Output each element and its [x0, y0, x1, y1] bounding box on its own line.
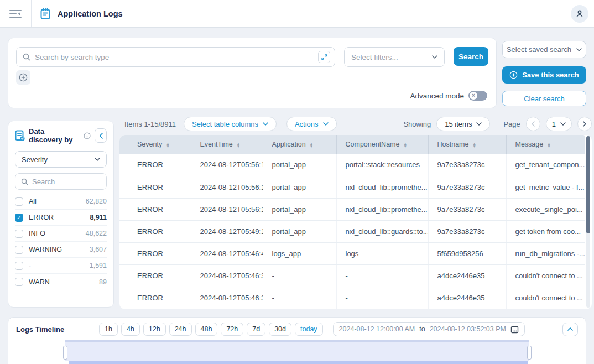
range-button-7d[interactable]: 7d	[247, 323, 265, 336]
page-number-select[interactable]: 1	[546, 117, 572, 131]
page-title: Application Logs	[58, 9, 123, 18]
actions-button[interactable]: Actions	[286, 117, 337, 131]
column-header-componentname[interactable]: ComponentName▲▼	[336, 135, 428, 154]
checkbox-unchecked[interactable]	[15, 197, 23, 206]
range-button-4h[interactable]: 4h	[121, 323, 140, 336]
table-row[interactable]: ERROR2024-08-12T05:46:39.2...--a4dce2446…	[119, 287, 585, 309]
facet-row-dash[interactable]: - 1,591	[15, 258, 107, 274]
date-to-label: to	[419, 325, 425, 333]
facet-row-info[interactable]: INFO 48,622	[15, 226, 107, 242]
time-range-buttons: 1h 4h 12h 24h 48h 72h 7d 30d today	[99, 323, 323, 336]
items-count-label: Items 1-15/8911	[124, 120, 176, 128]
table-row[interactable]: ERROR2024-08-12T05:49:12.8...portal_appn…	[119, 220, 585, 242]
filters-select[interactable]: Select filters...	[344, 47, 445, 67]
facet-row-all[interactable]: All 62,820	[15, 194, 107, 210]
column-header-message[interactable]: Message▲▼	[506, 135, 585, 154]
person-icon	[575, 9, 584, 18]
timeline-brush-zone	[16, 340, 578, 364]
table-row[interactable]: ERROR2024-08-12T05:56:12.7...portal_appn…	[119, 198, 585, 220]
save-search-button[interactable]: Save this search	[502, 66, 586, 84]
checkbox-unchecked[interactable]	[15, 262, 23, 270]
brush-handle-left[interactable]	[63, 346, 67, 360]
range-button-48h[interactable]: 48h	[195, 323, 218, 336]
collapse-panel-button[interactable]	[95, 128, 107, 143]
chevron-down-icon	[432, 55, 437, 59]
table-row[interactable]: ERROR2024-08-12T05:56:12.7...portal_appp…	[119, 154, 585, 176]
clear-search-button[interactable]: Clear search	[502, 91, 586, 106]
facet-row-warning[interactable]: WARNING 3,607	[15, 242, 107, 258]
plus-circle-icon	[509, 71, 518, 79]
showing-label: Showing	[403, 120, 431, 128]
timeline-brush-selection[interactable]	[65, 340, 529, 361]
facet-row-warn[interactable]: WARN 89	[15, 274, 107, 290]
next-page-button[interactable]	[577, 117, 592, 131]
filters-placeholder: Select filters...	[351, 53, 398, 61]
app-logo-icon	[40, 8, 51, 20]
range-button-30d[interactable]: 30d	[269, 323, 291, 336]
logs-table: Severity▲▼ EventTime▲▼ Application▲▼ Com…	[119, 135, 592, 309]
advanced-mode-toggle[interactable]: ×	[468, 91, 487, 101]
sidebar-toggle-button[interactable]	[0, 0, 31, 27]
chevron-down-icon	[576, 48, 582, 51]
range-button-24h[interactable]: 24h	[169, 323, 192, 336]
toggle-off-knob: ×	[470, 92, 477, 100]
facet-field-select[interactable]: Severity	[15, 151, 107, 168]
info-icon[interactable]	[84, 132, 91, 139]
scrollbar-thumb[interactable]	[586, 136, 590, 233]
add-criteria-button[interactable]	[16, 70, 30, 85]
range-button-12h[interactable]: 12h	[143, 323, 166, 336]
checkbox-unchecked[interactable]	[15, 278, 23, 286]
column-header-application[interactable]: Application▲▼	[263, 135, 336, 154]
page-label: Page	[503, 120, 520, 128]
search-icon	[21, 178, 28, 185]
vertical-scrollbar[interactable]	[586, 136, 590, 308]
table-header-row: Severity▲▼ EventTime▲▼ Application▲▼ Com…	[119, 135, 585, 154]
checkbox-unchecked[interactable]	[15, 230, 23, 238]
page-size-select[interactable]: 15 items	[436, 117, 490, 131]
header-divider	[31, 0, 32, 27]
search-button[interactable]: Search	[454, 47, 488, 66]
calendar-icon	[510, 325, 519, 334]
table-row[interactable]: ERROR2024-08-12T05:46:41.3...logs_applog…	[119, 242, 585, 264]
sort-icon[interactable]: ▲▼	[547, 142, 550, 148]
date-from-value: 2024-08-12 12:00:00 AM	[339, 325, 415, 333]
sort-icon[interactable]: ▲▼	[166, 142, 169, 148]
user-avatar[interactable]	[571, 5, 588, 23]
search-input[interactable]	[35, 53, 314, 61]
table-row[interactable]: ERROR2024-08-12T05:46:39.2...--a4dce2446…	[119, 264, 585, 287]
saved-search-select[interactable]: Select saved search	[502, 41, 586, 58]
facet-search-input[interactable]	[32, 178, 101, 186]
prev-page-button[interactable]	[526, 117, 540, 131]
table-toolbar: Items 1-15/8911 Select table columns Act…	[119, 116, 592, 132]
sort-icon[interactable]: ▲▼	[310, 142, 313, 148]
search-section: Select filters... Search Advanced mode ×	[8, 38, 586, 108]
results-area: Items 1-15/8911 Select table columns Act…	[119, 116, 592, 309]
checkbox-unchecked[interactable]	[15, 246, 23, 254]
chevron-up-icon	[567, 327, 573, 331]
range-button-72h[interactable]: 72h	[221, 323, 243, 336]
search-input-wrap	[16, 47, 335, 67]
date-range-picker[interactable]: 2024-08-12 12:00:00 AM to 2024-08-12 03:…	[333, 322, 525, 336]
sort-icon[interactable]: ▲▼	[403, 142, 407, 148]
sort-icon[interactable]: ▲▼	[237, 142, 240, 148]
column-header-hostname[interactable]: Hostname▲▼	[428, 135, 506, 154]
sort-icon[interactable]: ▲▼	[472, 142, 476, 148]
search-panel: Select filters... Search Advanced mode ×	[8, 38, 497, 108]
header-divider	[565, 0, 565, 27]
document-check-icon	[15, 130, 25, 141]
expand-search-icon[interactable]	[318, 51, 330, 63]
checkbox-checked[interactable]: ✓	[15, 214, 23, 222]
menu-collapse-icon	[9, 9, 22, 18]
brush-handle-right[interactable]	[527, 346, 532, 360]
select-columns-button[interactable]: Select table columns	[184, 117, 277, 131]
facet-list: All 62,820 ✓ ERROR 8,911 INFO 48,622 WAR…	[15, 194, 107, 290]
column-header-eventtime[interactable]: EventTime▲▼	[191, 135, 263, 154]
range-button-1h[interactable]: 1h	[99, 323, 118, 336]
chevron-left-icon	[532, 121, 535, 127]
facet-row-error[interactable]: ✓ ERROR 8,911	[15, 210, 107, 226]
table-row[interactable]: ERROR2024-08-12T05:56:12.7...portal_appn…	[119, 176, 585, 198]
column-header-severity[interactable]: Severity▲▼	[119, 135, 191, 154]
date-to-value: 2024-08-12 03:52:03 PM	[430, 325, 506, 333]
collapse-timeline-button[interactable]	[562, 323, 578, 336]
range-button-today[interactable]: today	[295, 323, 323, 336]
